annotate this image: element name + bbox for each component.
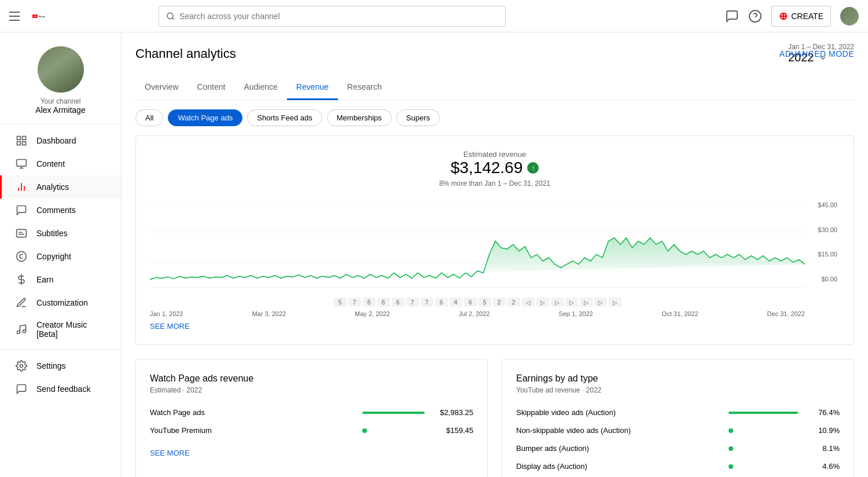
- analytics-icon: [16, 181, 27, 193]
- ctrl-next6[interactable]: ▷: [609, 298, 621, 307]
- earnings-bar-2: [729, 446, 798, 451]
- watch-page-row-1: Watch Page ads $2,983.25: [150, 408, 473, 417]
- filter-chips: All Watch Page ads Shorts Feed ads Membe…: [135, 100, 854, 135]
- watch-page-row-2-label: YouTube Premium: [150, 426, 355, 435]
- chart-see-more-button[interactable]: SEE MORE: [150, 322, 190, 331]
- ctrl-6c[interactable]: 6: [392, 298, 404, 307]
- settings-icon: [16, 360, 27, 372]
- sidebar-item-dashboard-label: Dashboard: [36, 136, 76, 145]
- watch-page-row-1-value: $2,983.25: [439, 408, 473, 417]
- watch-page-bar-1: [362, 412, 432, 414]
- bottom-cards: Watch Page ads revenue Estimated · 2022 …: [135, 359, 854, 477]
- sidebar-avatar: [38, 46, 84, 93]
- watch-page-dot-2: [362, 428, 367, 433]
- sidebar-item-customization[interactable]: Customization: [0, 291, 121, 314]
- page-header: Channel analytics ADVANCED MODE: [135, 46, 854, 61]
- sidebar-item-dashboard[interactable]: Dashboard: [0, 129, 121, 152]
- ctrl-7[interactable]: 7: [348, 298, 361, 307]
- chip-supers[interactable]: Supers: [396, 109, 440, 126]
- ctrl-next2[interactable]: ▷: [551, 298, 564, 307]
- sidebar-item-feedback[interactable]: Send feedback: [0, 377, 121, 401]
- ctrl-2a[interactable]: 2: [493, 298, 506, 307]
- sidebar-item-customization-label: Customization: [36, 298, 88, 307]
- message-icon[interactable]: [725, 9, 739, 23]
- tab-content[interactable]: Content: [187, 75, 234, 100]
- sidebar-item-settings-label: Settings: [36, 361, 66, 370]
- watch-page-card-title: Watch Page ads revenue: [150, 373, 473, 384]
- advanced-mode-button[interactable]: ADVANCED MODE: [779, 49, 854, 58]
- chart-container: $45.00 $30.00 $15.00 $0.00: [150, 201, 840, 294]
- ctrl-next[interactable]: ▷: [536, 298, 549, 307]
- create-button[interactable]: ⊕ CREATE: [771, 6, 831, 27]
- earnings-bar-3: [729, 464, 798, 469]
- logo[interactable]: Studio: [32, 10, 49, 22]
- svg-text:Studio: Studio: [38, 14, 46, 17]
- earnings-card-subtitle: YouTube ad revenue · 2022: [516, 386, 840, 394]
- ctrl-6e[interactable]: 6: [464, 298, 477, 307]
- sidebar-item-content[interactable]: Content: [0, 152, 121, 175]
- watch-page-bar-fill-1: [362, 412, 425, 414]
- search-input[interactable]: [179, 12, 498, 21]
- ctrl-5[interactable]: 5: [334, 298, 347, 307]
- avatar[interactable]: [840, 7, 859, 25]
- chip-all[interactable]: All: [135, 109, 163, 126]
- chart-amount: $3,142.69: [451, 159, 523, 177]
- chip-shorts-feed-ads[interactable]: Shorts Feed ads: [247, 109, 322, 126]
- app-header: Studio ⊕ CREATE: [0, 0, 868, 32]
- chip-watch-page-ads[interactable]: Watch Page ads: [168, 109, 242, 126]
- chart-header: Estimated revenue $3,142.69 ↑ 8% more th…: [150, 150, 840, 188]
- sidebar-item-copyright[interactable]: Copyright: [0, 245, 121, 268]
- x-label-2: Mar 3, 2022: [252, 310, 286, 317]
- chart-controls-row: 5 7 6 6 6 7 7 6 4 6 5 2 2 ◁ ▷ ▷ ▷ ▷ ▷ ▷: [150, 298, 840, 307]
- page-title: Channel analytics: [135, 46, 236, 61]
- chart-comparison: 8% more than Jan 1 – Dec 31, 2021: [150, 179, 840, 188]
- svg-point-3: [167, 13, 173, 19]
- ctrl-2b[interactable]: 2: [507, 298, 520, 307]
- earnings-dot-3: [729, 464, 733, 469]
- sidebar-item-comments[interactable]: Comments: [0, 199, 121, 222]
- chip-memberships[interactable]: Memberships: [327, 109, 392, 126]
- comments-icon: [16, 204, 27, 216]
- sidebar-item-analytics[interactable]: Analytics: [0, 175, 121, 199]
- tab-revenue[interactable]: Revenue: [287, 75, 338, 100]
- earnings-row-1-label: Non-skippable video ads (Auction): [516, 426, 722, 435]
- header-right: ⊕ CREATE: [725, 6, 859, 27]
- ctrl-next3[interactable]: ▷: [565, 298, 578, 307]
- tab-audience[interactable]: Audience: [234, 75, 286, 100]
- sidebar-item-settings[interactable]: Settings: [0, 354, 121, 377]
- sidebar-item-earn-label: Earn: [36, 275, 54, 284]
- sidebar-item-subtitles-label: Subtitles: [36, 229, 68, 238]
- svg-rect-7: [17, 137, 21, 140]
- ctrl-7c[interactable]: 7: [421, 298, 433, 307]
- svg-point-23: [23, 330, 26, 333]
- tab-research[interactable]: Research: [338, 75, 391, 100]
- menu-button[interactable]: [9, 9, 23, 23]
- sidebar-item-creator-music[interactable]: Creator Music [Beta]: [0, 314, 121, 344]
- revenue-chart-card: Estimated revenue $3,142.69 ↑ 8% more th…: [135, 135, 854, 345]
- watch-page-see-more-button[interactable]: SEE MORE: [150, 449, 190, 457]
- ctrl-5b[interactable]: 5: [479, 298, 491, 307]
- help-icon[interactable]: [748, 9, 762, 23]
- customization-icon: [16, 297, 27, 309]
- ctrl-4[interactable]: 4: [450, 298, 462, 307]
- svg-line-4: [172, 17, 174, 19]
- create-plus-icon: ⊕: [779, 10, 788, 23]
- earnings-row-0-label: Skippable video ads (Auction): [516, 408, 722, 417]
- music-icon: [16, 324, 27, 335]
- dashboard-icon: [16, 135, 27, 146]
- sidebar-item-earn[interactable]: Earn: [0, 268, 121, 291]
- sidebar-item-subtitles[interactable]: Subtitles: [0, 222, 121, 245]
- svg-rect-9: [23, 142, 26, 145]
- ctrl-prev[interactable]: ◁: [522, 298, 535, 307]
- ctrl-7b[interactable]: 7: [406, 298, 419, 307]
- ctrl-6a[interactable]: 6: [363, 298, 376, 307]
- ctrl-6b[interactable]: 6: [377, 298, 390, 307]
- tab-overview[interactable]: Overview: [135, 75, 187, 100]
- ctrl-next5[interactable]: ▷: [594, 298, 607, 307]
- ctrl-next4[interactable]: ▷: [580, 298, 593, 307]
- sidebar-item-comments-label: Comments: [36, 206, 76, 215]
- earnings-bar-1: [729, 428, 798, 433]
- ctrl-6d[interactable]: 6: [435, 298, 448, 307]
- x-label-1: Jan 1, 2022: [150, 310, 183, 317]
- create-label: CREATE: [791, 12, 823, 21]
